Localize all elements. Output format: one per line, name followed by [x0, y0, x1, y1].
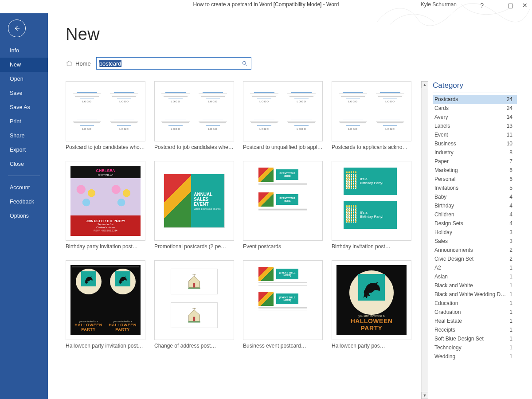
category-label: Graduation	[434, 309, 461, 315]
svg-point-0	[243, 61, 246, 64]
back-button[interactable]	[8, 20, 26, 37]
category-black-and-white-wedding-d-[interactable]: Black and White Wedding D…1	[433, 290, 517, 299]
category-labels[interactable]: Labels13	[433, 121, 517, 130]
sidebar-item-export[interactable]: Export	[0, 143, 48, 157]
sidebar-item-save[interactable]: Save	[0, 86, 48, 100]
scroll-up-button[interactable]: ▲	[421, 81, 428, 88]
category-paper[interactable]: Paper7	[433, 157, 517, 166]
template-tile[interactable]: [EVENT TITLE HERE][EVENT TITLE HERE]Busi…	[243, 260, 323, 349]
category-label: Personal	[434, 176, 455, 182]
sidebar-item-close[interactable]: Close	[0, 157, 48, 171]
category-wedding[interactable]: Wedding1	[433, 352, 517, 361]
scroll-down-button[interactable]: ▼	[421, 392, 428, 399]
category-a2[interactable]: A21	[433, 263, 517, 272]
template-tile[interactable]: LOGOLOGOLOGOLOGOPostcard to unqualified …	[243, 81, 323, 150]
category-real-estate[interactable]: Real Estate1	[433, 317, 517, 325]
category-avery[interactable]: Avery14	[433, 113, 517, 121]
category-soft-blue-design-set[interactable]: Soft Blue Design Set1	[433, 334, 517, 343]
sidebar-item-options[interactable]: Options	[0, 209, 48, 223]
minimize-button[interactable]: —	[493, 2, 499, 9]
signed-in-user[interactable]: Kyle Schurman	[421, 1, 457, 8]
template-thumbnail: LOGOLOGOLOGOLOGO	[332, 81, 411, 141]
sidebar-item-account[interactable]: Account	[0, 180, 48, 195]
category-marketing[interactable]: Marketing6	[433, 166, 517, 175]
category-label: Real Estate	[434, 318, 462, 324]
template-tile[interactable]: ANNUALSALESEVENTLorem ipsum dolor sit am…	[154, 161, 234, 250]
sidebar-item-save-as[interactable]: Save As	[0, 100, 48, 114]
category-count: 2	[509, 247, 512, 253]
template-label: Postcard to job candidates who…	[66, 144, 145, 150]
template-tile[interactable]: LOGOLOGOLOGOLOGOPostcard to job candidat…	[66, 81, 145, 150]
sidebar-item-feedback[interactable]: Feedback	[0, 195, 48, 209]
category-count: 6	[509, 167, 512, 173]
search-button[interactable]	[239, 60, 251, 66]
category-count: 2	[509, 256, 512, 262]
category-baby[interactable]: Baby4	[433, 192, 517, 201]
category-graduation[interactable]: Graduation1	[433, 308, 517, 317]
close-window-button[interactable]: ✕	[522, 2, 528, 9]
category-event[interactable]: Event11	[433, 130, 517, 139]
template-tile[interactable]: It's aBirthday Party!It's aBirthday Part…	[332, 161, 411, 250]
category-label: Announcements	[434, 247, 473, 253]
template-label: Change of address post…	[154, 343, 234, 349]
category-birthday[interactable]: Birthday4	[433, 201, 517, 210]
sidebar-item-open[interactable]: Open	[0, 72, 48, 86]
template-tile[interactable]: LOGOLOGOLOGOLOGOPostcard to job candidat…	[154, 81, 234, 150]
template-label: Promotional postcards (2 pe…	[154, 243, 234, 250]
sidebar-item-print[interactable]: Print	[0, 114, 48, 129]
restore-button[interactable]: ▢	[508, 2, 513, 9]
category-count: 24	[507, 105, 512, 111]
template-search-box[interactable]	[96, 57, 251, 70]
category-label: Wedding	[434, 353, 455, 360]
category-children[interactable]: Children4	[433, 210, 517, 219]
category-cards[interactable]: Cards24	[433, 104, 517, 113]
category-business[interactable]: Business10	[433, 139, 517, 148]
template-tile[interactable]: CHELSEAis turning 10!JOIN US FOR THE PAR…	[66, 161, 145, 250]
category-technology[interactable]: Technology1	[433, 343, 517, 352]
category-announcements[interactable]: Announcements2	[433, 246, 517, 254]
template-label: Postcards to applicants acknowl…	[332, 144, 411, 150]
category-personal[interactable]: Personal6	[433, 175, 517, 184]
category-label: Baby	[434, 194, 446, 200]
template-tile[interactable]: LOGOLOGOLOGOLOGOPostcards to applicants …	[332, 81, 411, 150]
scroll-track[interactable]	[421, 88, 428, 392]
category-sales[interactable]: Sales3	[433, 237, 517, 246]
arrow-left-icon	[13, 24, 21, 32]
sidebar-separator	[8, 176, 40, 176]
category-count: 1	[509, 300, 512, 306]
category-postcards[interactable]: Postcards24	[433, 95, 517, 104]
category-label: Civic Design Set	[434, 256, 473, 262]
category-count: 1	[509, 318, 512, 324]
template-gallery: LOGOLOGOLOGOLOGOPostcard to job candidat…	[66, 81, 417, 399]
sidebar-item-new[interactable]: New	[0, 58, 48, 72]
category-design-sets[interactable]: Design Sets4	[433, 219, 517, 228]
category-count: 24	[507, 96, 512, 102]
category-label: Labels	[434, 123, 450, 129]
category-label: Paper	[434, 158, 449, 164]
category-civic-design-set[interactable]: Civic Design Set2	[433, 254, 517, 263]
category-holiday[interactable]: Holiday3	[433, 228, 517, 237]
category-label: Soft Blue Design Set	[434, 336, 484, 342]
template-label: Birthday invitation post…	[332, 243, 411, 250]
sidebar-item-info[interactable]: Info	[0, 43, 48, 58]
template-label: Postcard to job candidates when…	[154, 144, 234, 150]
category-asian[interactable]: Asian1	[433, 272, 517, 281]
breadcrumb-home[interactable]: Home	[66, 60, 91, 67]
template-label: Halloween party invitation postc…	[66, 343, 145, 349]
template-tile[interactable]: Change of address post…	[154, 260, 234, 349]
category-label: Black and White	[434, 282, 473, 289]
category-black-and-white[interactable]: Black and White1	[433, 281, 517, 290]
template-tile[interactable]: you are invited to aHALLOWEENPARTYHallow…	[332, 260, 411, 349]
help-icon[interactable]: ?	[480, 2, 484, 9]
category-industry[interactable]: Industry8	[433, 148, 517, 157]
template-tile[interactable]: you are invited to aHALLOWEENPARTYyou ar…	[66, 260, 145, 349]
category-invitations[interactable]: Invitations5	[433, 184, 517, 192]
category-education[interactable]: Education1	[433, 299, 517, 308]
sidebar-item-share[interactable]: Share	[0, 129, 48, 143]
category-count: 5	[509, 185, 512, 191]
category-receipts[interactable]: Receipts1	[433, 325, 517, 334]
search-input[interactable]	[97, 58, 239, 69]
gallery-scrollbar[interactable]: ▲ ▼	[421, 81, 428, 399]
category-count: 1	[509, 282, 512, 289]
template-tile[interactable]: EVENT TITLE HEREEVENT TITLE HEREEvent po…	[243, 161, 323, 250]
